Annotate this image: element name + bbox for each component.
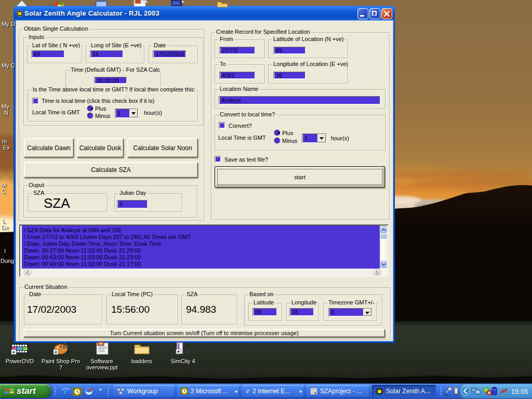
svg-text:7: 7: [66, 350, 69, 355]
svg-text:4: 4: [187, 348, 190, 354]
svg-text:C: C: [187, 342, 191, 348]
